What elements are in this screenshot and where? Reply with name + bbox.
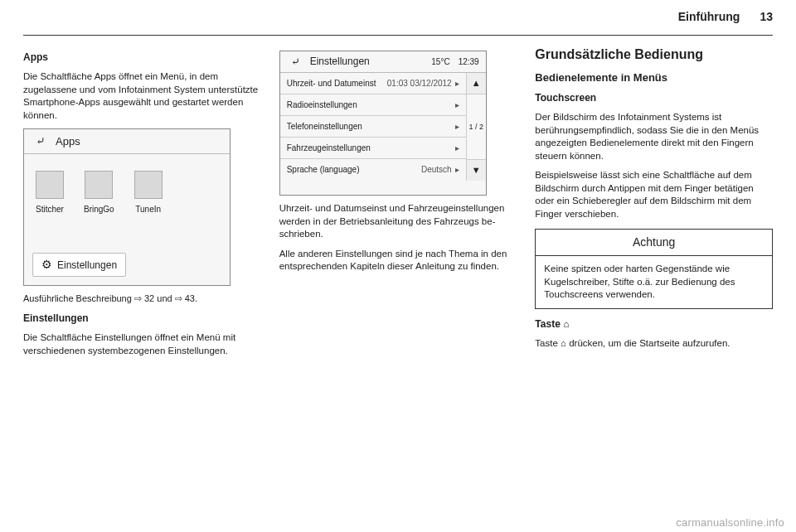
chevron-right-icon: ▸ — [455, 121, 459, 133]
list-item[interactable]: Sprache (language) Deutsch▸ — [280, 159, 466, 181]
scrollbar: ▲ 1 / 2 ▼ — [466, 73, 486, 181]
row-value-text: 01:03 03/12/2012 — [387, 78, 452, 89]
chevron-right-icon: ▸ — [455, 78, 459, 89]
app-label: BringGo — [84, 204, 114, 215]
app-item-tunein[interactable]: TuneIn — [134, 171, 163, 215]
app-item-stitcher[interactable]: Stitcher — [36, 171, 64, 215]
back-icon[interactable]: ⤶ — [287, 56, 305, 69]
page-header: Einführung 13 — [23, 10, 773, 23]
app-label: Stitcher — [36, 204, 64, 215]
row-label: Sprache (language) — [287, 164, 360, 176]
apps-screenshot-title: Apps — [56, 134, 80, 149]
scroll-page-indicator: 1 / 2 — [467, 94, 486, 159]
xref-text: 32 und — [142, 293, 175, 303]
taste-heading: Taste ⌂ — [535, 317, 773, 331]
caution-body: Keine spitzen oder harten Gegen­stände w… — [536, 256, 772, 308]
scroll-down-icon[interactable]: ▼ — [467, 159, 486, 181]
row-label: Uhrzeit- und Datumeinst — [287, 78, 376, 89]
list-item[interactable]: Fahrzeugeinstellungen ▸ — [280, 138, 466, 159]
einst-topbar-left: ⤶ Einstellungen — [287, 55, 370, 68]
chevron-right-icon: ▸ — [455, 143, 459, 154]
list-item[interactable]: Radioeinstellungen ▸ — [280, 94, 466, 116]
einst-para2: Alle anderen Einstellungen sind je nach … — [279, 248, 517, 273]
apps-paragraph: Die Schaltfläche Apps öffnet ein Menü, i… — [23, 70, 261, 122]
list-item[interactable]: Uhrzeit- und Datumeinst 01:03 03/12/2012… — [280, 73, 466, 94]
caution-title: Achtung — [536, 230, 772, 256]
einst-items: Uhrzeit- und Datumeinst 01:03 03/12/2012… — [280, 73, 466, 181]
gear-icon: ⚙ — [41, 257, 52, 273]
app-item-bringgo[interactable]: BringGo — [84, 171, 114, 215]
einst-topbar: ⤶ Einstellungen 15°C 12:39 — [280, 51, 486, 73]
caution-box: Achtung Keine spitzen oder harten Gegen­… — [535, 229, 773, 308]
status-temp: 15°C — [431, 56, 449, 68]
einstellungen-heading: Einstellungen — [23, 312, 261, 325]
page-number: 13 — [760, 10, 773, 23]
column-3: Grundsätzliche Bedienung Bedienelemente … — [535, 46, 773, 364]
taste-paragraph: Taste ⌂ drücken, um die Startseite aufzu… — [535, 337, 773, 351]
xref-text: 43. — [182, 293, 197, 303]
touchscreen-para1: Der Bildschirm des Infotainment Sys­tems… — [535, 111, 773, 162]
chevron-right-icon: ▸ — [455, 99, 459, 111]
app-icon — [36, 171, 64, 199]
back-icon[interactable]: ⤶ — [31, 134, 51, 149]
row-value: 01:03 03/12/2012▸ — [387, 78, 459, 89]
header-title: Einführung — [678, 10, 740, 23]
section-title: Grundsätzliche Bedienung — [535, 46, 773, 64]
manual-page: Einführung 13 Apps Die Schaltfläche Apps… — [0, 0, 796, 532]
apps-heading: Apps — [23, 51, 261, 64]
scroll-up-icon[interactable]: ▲ — [467, 73, 486, 94]
row-label: Radioeinstellungen — [287, 99, 357, 111]
row-value-text: Deutsch — [421, 164, 452, 176]
settings-button[interactable]: ⚙ Einstellungen — [32, 253, 126, 277]
apps-grid: Stitcher BringGo TuneIn — [24, 154, 230, 222]
einst-topbar-right: 15°C 12:39 — [431, 56, 478, 68]
header-rule — [23, 35, 773, 36]
watermark: carmanualsonline.info — [676, 516, 784, 529]
app-icon — [134, 171, 163, 199]
column-2: ⤶ Einstellungen 15°C 12:39 Uhrzeit- und … — [279, 46, 517, 364]
einstellungen-paragraph: Die Schaltfläche Einstellungen öffnet ei… — [23, 331, 261, 357]
einst-list: Uhrzeit- und Datumeinst 01:03 03/12/2012… — [280, 73, 486, 181]
einst-para1: Uhrzeit- und Datumseinst und Fahr­zeugei… — [279, 202, 517, 241]
status-time: 12:39 — [459, 56, 479, 68]
xref-text: Ausführliche Beschreibung — [23, 293, 134, 303]
touchscreen-heading: Touchscreen — [535, 91, 773, 104]
list-item[interactable]: Telefoneinstellungen ▸ — [280, 116, 466, 138]
column-1: Apps Die Schaltfläche Apps öffnet ein Me… — [23, 46, 261, 364]
subsection-title: Bedienelemente in Menüs — [535, 70, 773, 85]
apps-screenshot: ⤶ Apps Stitcher BringGo TuneIn — [23, 128, 231, 286]
touchscreen-para2: Beispielsweise lässt sich eine Schalt­fl… — [535, 169, 773, 220]
content-columns: Apps Die Schaltfläche Apps öffnet ein Me… — [23, 46, 773, 364]
row-label: Telefoneinstellungen — [287, 121, 362, 133]
app-icon — [85, 171, 113, 199]
settings-button-label: Einstellungen — [57, 259, 117, 272]
row-value: Deutsch▸ — [421, 164, 459, 176]
apps-crossref: Ausführliche Beschreibung ⇨ 32 und ⇨ 43. — [23, 293, 261, 305]
apps-screenshot-topbar: ⤶ Apps — [24, 129, 230, 154]
einstellungen-screenshot: ⤶ Einstellungen 15°C 12:39 Uhrzeit- und … — [279, 51, 487, 196]
app-label: TuneIn — [135, 204, 161, 215]
chevron-right-icon: ▸ — [455, 164, 459, 176]
row-label: Fahrzeugeinstellungen — [287, 143, 371, 154]
einst-screenshot-title: Einstellungen — [310, 55, 370, 68]
